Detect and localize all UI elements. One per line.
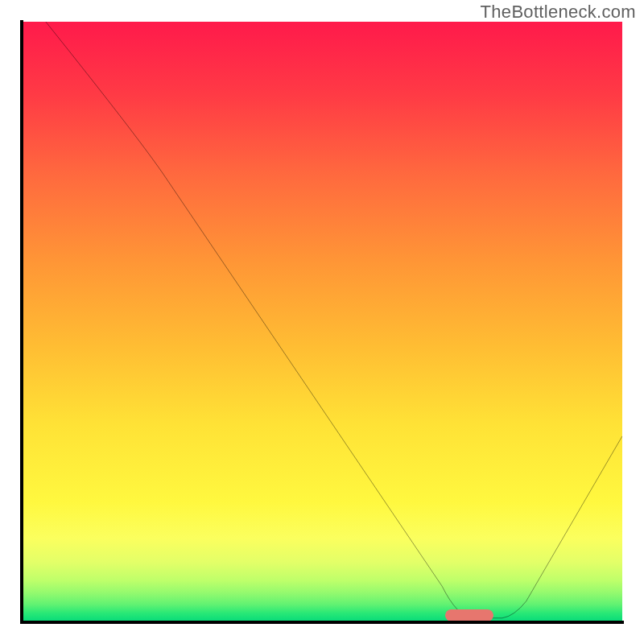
chart-container: TheBottleneck.com <box>0 0 644 644</box>
watermark-text: TheBottleneck.com <box>481 2 636 23</box>
line-plot <box>22 22 622 622</box>
bottleneck-curve <box>46 22 622 618</box>
optimal-marker <box>445 609 493 621</box>
plot-area <box>22 22 622 622</box>
